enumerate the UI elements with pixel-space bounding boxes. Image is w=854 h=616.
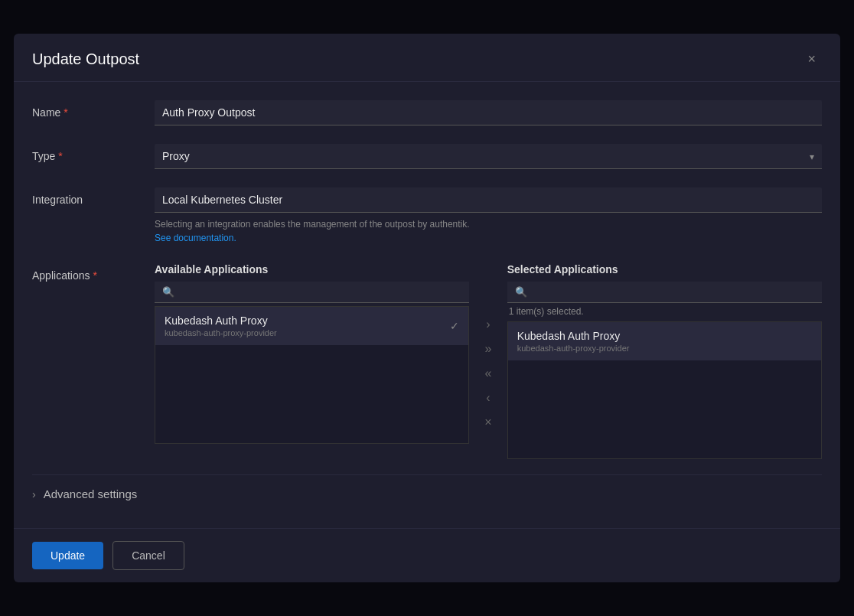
modal-footer: Update Cancel [14,528,840,582]
integration-input[interactable] [155,187,822,213]
modal-title: Update Outpost [32,51,139,68]
transfer-clear-button[interactable]: × [478,413,497,432]
type-label: Type * [32,144,155,162]
type-select[interactable]: Proxy LDAP RADIUS [155,144,822,169]
available-applications-panel: Available Applications 🔍 Kubedash Auth P… [155,263,469,459]
list-item-content: Kubedash Auth Proxy kubedash-auth-proxy-… [517,330,630,353]
integration-row: Integration Selecting an integration ena… [32,187,822,245]
integration-label: Integration [32,187,155,206]
name-input[interactable] [155,100,822,125]
selected-search-box: 🔍 [507,282,822,303]
selected-count: 1 item(s) selected. [507,306,822,317]
list-item-content: Kubedash Auth Proxy kubedash-auth-proxy-… [165,315,277,337]
type-required-star: * [58,150,62,162]
type-control-wrap: Proxy LDAP RADIUS ▾ [155,144,822,169]
type-row: Type * Proxy LDAP RADIUS ▾ [32,144,822,169]
applications-row: Applications * Available Applications 🔍 [32,263,822,459]
selected-search-input[interactable] [532,286,814,298]
transfer-right-button[interactable]: › [480,315,496,334]
type-select-wrap: Proxy LDAP RADIUS ▾ [155,144,822,169]
transfer-left-all-button[interactable]: « [479,364,498,383]
applications-label: Applications * [32,263,155,282]
chevron-right-icon: › [32,488,36,500]
dual-list-container: Available Applications 🔍 Kubedash Auth P… [155,263,822,459]
modal-dialog: Update Outpost × Name * Type * [14,34,840,582]
name-required-star: * [64,106,67,119]
search-icon: 🔍 [515,286,527,298]
name-label: Name * [32,100,155,119]
close-button[interactable]: × [801,49,822,69]
available-list-box: Kubedash Auth Proxy kubedash-auth-proxy-… [155,306,469,444]
applications-required-star: * [93,269,97,282]
see-documentation-link[interactable]: See documentation. [155,233,236,243]
selected-applications-panel: Selected Applications 🔍 1 item(s) select… [507,263,822,459]
modal-header: Update Outpost × [14,34,840,82]
available-search-input[interactable] [179,286,461,298]
advanced-settings-label: Advanced settings [44,487,138,500]
selected-applications-title: Selected Applications [507,263,822,275]
name-row: Name * [32,100,822,125]
checkmark-icon: ✓ [450,320,459,332]
transfer-buttons: › » « ‹ × [469,288,507,459]
search-icon: 🔍 [162,286,174,298]
cancel-button[interactable]: Cancel [112,541,184,570]
advanced-settings-section[interactable]: › Advanced settings [32,474,822,516]
integration-control-wrap: Selecting an integration enables the man… [155,187,822,245]
modal-body: Name * Type * Proxy LDAP [14,82,840,528]
name-control-wrap [155,100,822,125]
available-applications-title: Available Applications [155,263,469,275]
modal-overlay: Update Outpost × Name * Type * [0,0,854,616]
list-item[interactable]: Kubedash Auth Proxy kubedash-auth-proxy-… [508,322,821,360]
transfer-right-all-button[interactable]: » [479,340,498,358]
list-item[interactable]: Kubedash Auth Proxy kubedash-auth-proxy-… [155,307,468,345]
transfer-left-button[interactable]: ‹ [480,389,496,407]
selected-list-box: Kubedash Auth Proxy kubedash-auth-proxy-… [507,321,822,459]
available-search-box: 🔍 [155,282,469,303]
update-button[interactable]: Update [32,542,103,569]
integration-help-text: Selecting an integration enables the man… [155,217,822,245]
